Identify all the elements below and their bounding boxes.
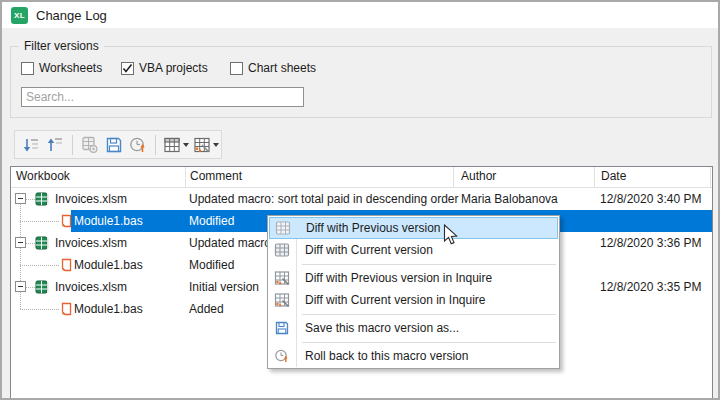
roll-back-button[interactable] [127, 134, 149, 156]
menu-item-save-version-as[interactable]: Save this macro version as... [268, 317, 559, 339]
workbook-name: Invoices.xlsm [55, 232, 127, 254]
column-header-date[interactable]: Date [595, 167, 711, 187]
view-columns-icon [163, 136, 181, 154]
expand-all-icon [21, 135, 41, 155]
expand-all-button[interactable] [20, 134, 42, 156]
comment-cell: Modified [189, 210, 234, 232]
page-title: Change Log [36, 8, 107, 23]
checkbox-box[interactable] [121, 62, 134, 75]
context-menu: Diff with Previous version Diff with Cur… [267, 215, 560, 369]
tree-connector-line [26, 243, 35, 244]
tree-connector-line [20, 309, 59, 310]
expand-toggle[interactable] [15, 281, 26, 292]
module-icon [59, 258, 72, 272]
roll-back-icon [128, 135, 148, 155]
menu-item-label: Diff with Current version in Inquire [305, 293, 486, 307]
change-log-window: XL Change Log Filter versions Worksheets… [0, 0, 720, 400]
dropdown-caret-icon [183, 143, 189, 147]
workbook-icon [35, 236, 49, 250]
minus-icon [18, 286, 23, 287]
checkbox-worksheets[interactable]: Worksheets [21, 61, 102, 75]
menu-item-roll-back[interactable]: Roll back to this macro version [268, 345, 559, 367]
comment-cell: Added [189, 298, 224, 320]
checkbox-box[interactable] [21, 62, 34, 75]
tree-connector-line [26, 287, 35, 288]
date-cell: 12/8/2020 3:40 PM [600, 188, 701, 210]
menu-item-diff-previous-inquire[interactable]: Diff with Previous version in Inquire [268, 267, 559, 289]
module-name: Module1.bas [74, 298, 143, 320]
menu-separator [302, 264, 556, 265]
mouse-cursor [443, 224, 458, 246]
menu-item-label: Diff with Previous version [306, 221, 441, 235]
checkbox-chart-sheets[interactable]: Chart sheets [230, 61, 316, 75]
tree-connector-line [20, 265, 59, 266]
diff-grid-inquire-icon [274, 270, 290, 286]
module-icon [59, 214, 72, 228]
module-icon [59, 302, 72, 316]
minus-icon [18, 242, 23, 243]
module-name: Module1.bas [74, 254, 143, 276]
view-columns-inquire-icon [193, 136, 211, 154]
column-header-author[interactable]: Author [454, 167, 595, 187]
workbook-name: Invoices.xlsm [55, 188, 127, 210]
menu-item-label: Roll back to this macro version [305, 349, 468, 363]
roll-back-icon [274, 348, 290, 364]
comment-cell: Updated macro [189, 232, 271, 254]
tree-connector-line [26, 199, 35, 200]
collapse-all-button[interactable] [44, 134, 66, 156]
author-cell: Maria Balobanova [461, 188, 558, 210]
filter-group-label: Filter versions [19, 39, 104, 53]
toolbar [14, 130, 222, 159]
minus-icon [18, 198, 23, 199]
table-row[interactable]: Invoices.xlsm Updated macro: sort total … [11, 188, 712, 210]
checkbox-vba-projects[interactable]: VBA projects [121, 61, 208, 75]
toolbar-separator [155, 135, 156, 155]
dropdown-caret-icon [213, 143, 219, 147]
view-columns-inquire-button[interactable] [193, 134, 219, 156]
titlebar: XL Change Log [2, 2, 718, 28]
diff-grid-icon [274, 242, 290, 258]
column-header-workbook[interactable]: Workbook [11, 167, 186, 187]
menu-separator [302, 342, 556, 343]
filter-versions-group: Filter versions Worksheets VBA projects … [10, 46, 712, 118]
save-version-button[interactable] [103, 134, 125, 156]
save-icon [104, 135, 124, 155]
table-header: Workbook Comment Author Date [11, 167, 712, 188]
date-cell: 12/8/2020 3:35 PM [600, 276, 701, 298]
expand-toggle[interactable] [15, 193, 26, 204]
save-icon [274, 320, 290, 336]
comment-cell: Modified [189, 254, 234, 276]
checkbox-box[interactable] [230, 62, 243, 75]
menu-item-label: Save this macro version as... [305, 321, 459, 335]
view-columns-button[interactable] [163, 134, 189, 156]
diff-versions-button[interactable] [79, 134, 101, 156]
toolbar-separator [72, 135, 73, 155]
module-name: Module1.bas [74, 210, 143, 232]
diff-grid-icon [275, 220, 291, 236]
check-icon [122, 63, 133, 74]
checkbox-label: VBA projects [139, 61, 208, 75]
tree-connector-line [20, 221, 59, 222]
workbook-name: Invoices.xlsm [55, 276, 127, 298]
checkbox-label: Worksheets [39, 61, 102, 75]
menu-item-label: Diff with Previous version in Inquire [305, 271, 492, 285]
workbook-icon [35, 192, 49, 206]
app-icon: XL [11, 7, 28, 24]
date-cell: 12/8/2020 3:36 PM [600, 232, 701, 254]
checkbox-label: Chart sheets [248, 61, 316, 75]
menu-separator [302, 314, 556, 315]
column-header-comment[interactable]: Comment [186, 167, 454, 187]
diff-grid-inquire-icon [274, 292, 290, 308]
expand-toggle[interactable] [15, 237, 26, 248]
collapse-all-icon [45, 135, 65, 155]
menu-item-diff-previous[interactable]: Diff with Previous version [269, 217, 558, 239]
diff-versions-icon [80, 135, 100, 155]
search-input[interactable] [21, 87, 304, 107]
workbook-icon [35, 280, 49, 294]
menu-item-diff-current[interactable]: Diff with Current version [268, 239, 559, 261]
menu-item-label: Diff with Current version [305, 243, 433, 257]
comment-cell: Updated macro: sort total paid in descen… [189, 188, 459, 210]
menu-item-diff-current-inquire[interactable]: Diff with Current version in Inquire [268, 289, 559, 311]
comment-cell: Initial version [189, 276, 259, 298]
